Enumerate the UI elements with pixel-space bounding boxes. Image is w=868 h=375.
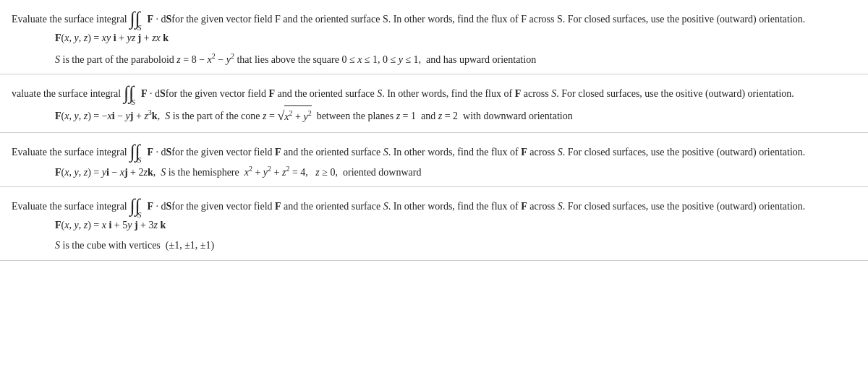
problem-3-fds: F · dS: [148, 145, 172, 160]
problem-3-prefix: Evaluate the surface integral: [12, 145, 127, 160]
problem-4-fds: F · dS: [148, 199, 172, 214]
problem-1-surface: S is the part of the paraboloid z = 8 − …: [55, 50, 856, 68]
problem-4-intro: Evaluate the surface integral ∫∫ S F · d…: [12, 194, 856, 214]
integral-sub-s-3: S: [137, 154, 142, 166]
problem-4-surface: S is the cube with vertices (±1, ±1, ±1): [55, 237, 856, 254]
problem-2-suffix: for the given vector field F and the ori…: [166, 86, 794, 101]
problem-3-suffix: for the given vector field F and the ori…: [171, 145, 805, 160]
problem-1-intro: Evaluate the surface integral ∫∫ S F · d…: [12, 7, 856, 27]
integral-sub-s-1: S: [137, 22, 142, 34]
problem-1-field: F(x, y, z) = xy i + yz j + zx k: [55, 30, 856, 47]
sqrt-content-2: x2 + y2: [284, 105, 311, 125]
problem-2-intro: valuate the surface integral ∫∫ S F · dS…: [12, 82, 856, 101]
integral-display-4: ∫∫ S: [130, 194, 145, 213]
problem-2-fds: F · dS: [141, 86, 166, 101]
problem-4-field: F(x, y, z) = x i + 5y j + 3z k: [55, 217, 856, 234]
sqrt-symbol-2: √: [277, 105, 284, 127]
problem-1: Evaluate the surface integral ∫∫ S F · d…: [0, 0, 868, 74]
problem-3-field: F(x, y, z) = yi − xj + 2zk, S is the hem…: [55, 163, 856, 181]
problem-3: Evaluate the surface integral ∫∫ S F · d…: [0, 133, 868, 187]
problem-1-suffix: for the given vector field F and the ori…: [171, 12, 805, 27]
problem-1-fds: F · dS: [148, 12, 172, 27]
integral-display-2: ∫∫ S: [124, 82, 138, 100]
integral-sub-s-4: S: [137, 209, 142, 221]
problem-3-intro: Evaluate the surface integral ∫∫ S F · d…: [12, 140, 856, 160]
sqrt-expr-2: √ x2 + y2: [277, 104, 311, 126]
problem-4: Evaluate the surface integral ∫∫ S F · d…: [0, 187, 868, 261]
problem-4-suffix: for the given vector field F and the ori…: [171, 199, 805, 214]
problem-2-field: F(x, y, z) = −xi − yj + z3k, S is the pa…: [55, 104, 856, 126]
integral-sub-s-2: S: [131, 96, 135, 108]
integral-display-3: ∫∫ S: [130, 140, 145, 159]
problem-4-prefix: Evaluate the surface integral: [12, 199, 127, 214]
problem-2-prefix: valuate the surface integral: [12, 86, 121, 101]
integral-display-1: ∫∫ S: [130, 7, 145, 26]
problem-1-prefix: Evaluate the surface integral: [12, 12, 127, 27]
problem-2: valuate the surface integral ∫∫ S F · dS…: [0, 74, 868, 133]
